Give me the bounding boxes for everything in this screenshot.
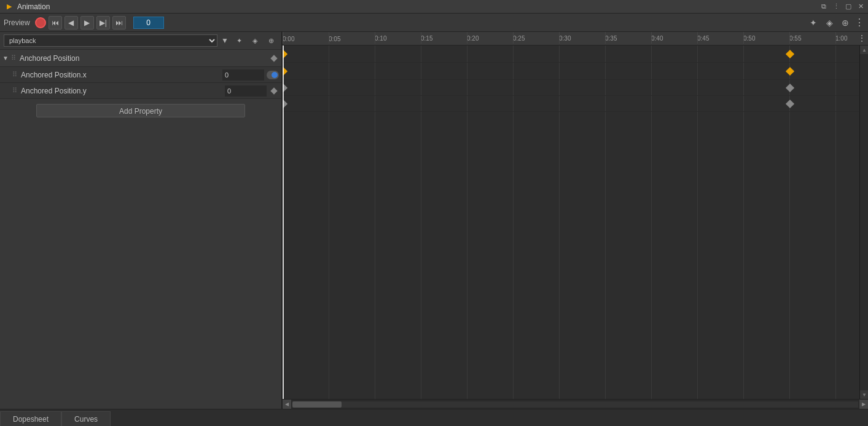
ruler-label-0:00: 0:00 (283, 36, 294, 42)
ruler-label-0:40: 0:40 (651, 35, 663, 42)
ruler-label-1:00: 1:00 (835, 35, 847, 42)
timeline-row-anchored (283, 63, 859, 80)
timeline-row-y (283, 96, 859, 112)
animation-window: ▶ Animation ⧉ ⋮ ▢ ✕ Preview ⏮ ◀ ▶ ▶| ⏭ 0… (0, 0, 868, 426)
title-bar: ▶ Animation ⧉ ⋮ ▢ ✕ (0, 0, 868, 14)
ruler-line-675 (697, 32, 698, 44)
timeline-main: ▲ ▼ (283, 45, 868, 399)
ruler-mark-0:50: 0:50 (743, 34, 755, 42)
keyframe-x-end[interactable] (786, 83, 794, 92)
ruler-mark-0:15: 0:15 (421, 34, 432, 42)
record-button[interactable] (35, 17, 46, 28)
skip-to-end-button[interactable]: ⏭ (112, 16, 126, 30)
ruler-line-900 (835, 32, 836, 44)
vscroll-down-button[interactable]: ▼ (860, 390, 868, 399)
ruler-line-225 (421, 32, 421, 44)
clip-dropdown-arrow[interactable]: ▼ (220, 36, 230, 45)
ruler-label-0:35: 0:35 (605, 35, 617, 42)
next-frame-button[interactable]: ▶| (96, 16, 110, 30)
maximize-icon[interactable]: ▢ (843, 2, 853, 12)
tab-curves[interactable]: Curves (61, 411, 111, 426)
tab-curves-label: Curves (74, 415, 98, 424)
hscroll-thumb[interactable] (292, 401, 342, 408)
anchored-pos-y-keyframe-btn[interactable] (269, 86, 279, 96)
trim-icon[interactable]: ⊕ (839, 16, 852, 30)
add-property-button[interactable]: Add Property (36, 104, 245, 117)
more-options-icon[interactable]: ⋮ (854, 17, 864, 28)
close-icon[interactable]: ✕ (856, 2, 866, 12)
anchored-pos-x-toggle[interactable] (267, 71, 279, 79)
ruler-label-0:45: 0:45 (697, 35, 709, 42)
clip-selector[interactable]: playback (4, 34, 217, 47)
ruler-label-0:10: 0:10 (375, 35, 386, 42)
prev-frame-button[interactable]: ◀ (65, 16, 78, 30)
ruler-mark-0:40: 0:40 (651, 34, 663, 42)
anchored-pos-x-input[interactable]: 0 (222, 69, 264, 81)
tab-dopesheet[interactable]: Dopesheet (0, 411, 61, 426)
ruler-label-0:55: 0:55 (789, 35, 801, 42)
clip-selector-row: playback ▼ ✦ ◈ ⊕ (0, 32, 281, 50)
location-pin-icon[interactable]: ✦ (232, 34, 246, 47)
anchored-pos-y-input[interactable]: 0 (225, 85, 267, 97)
ruler-label-0:30: 0:30 (559, 35, 571, 42)
ruler-mark-1:00: 1:00 (835, 34, 847, 42)
ruler-line-0 (283, 32, 283, 44)
ruler-line-75 (329, 32, 329, 44)
keyframe-y-end[interactable] (786, 99, 794, 108)
anchored-position-label: Anchored Position (20, 54, 269, 63)
ruler-line-525 (605, 32, 606, 44)
keyframe-parent-start[interactable] (283, 49, 287, 58)
toolbar: Preview ⏮ ◀ ▶ ▶| ⏭ 0 ✦ ◈ ⊕ ⋮ (0, 14, 868, 32)
keyframe-diamond-y-icon (270, 87, 277, 94)
keyframe-anchored-start[interactable] (283, 66, 287, 75)
keyframe-x-start[interactable] (283, 83, 287, 92)
restore-icon[interactable]: ⧉ (819, 2, 829, 12)
ruler-mark-0:55: 0:55 (789, 34, 801, 42)
property-group: ▼ ⠿ Anchored Position ⠿ Anchored Positio… (0, 50, 281, 99)
anchored-pos-keyframe-btn[interactable] (269, 53, 279, 63)
right-vscroll: ▲ ▼ (859, 45, 868, 399)
anchored-pos-x-label: Anchored Position.x (21, 71, 222, 79)
ruler-label-0:15: 0:15 (421, 35, 432, 42)
vscroll-up-button[interactable]: ▲ (860, 45, 868, 54)
time-input[interactable]: 0 (133, 17, 164, 29)
timeline-row-parent (283, 45, 859, 63)
skip-to-start-button[interactable]: ⏮ (49, 16, 62, 30)
anchored-position-x-row: ⠿ Anchored Position.x 0 (0, 67, 281, 83)
ruler-mark-0:10: 0:10 (375, 34, 386, 42)
ruler-line-750 (743, 32, 744, 44)
ruler-mark-0:30: 0:30 (559, 34, 571, 42)
anchored-position-header[interactable]: ▼ ⠿ Anchored Position (0, 50, 281, 67)
ruler-label-0:50: 0:50 (743, 35, 755, 42)
keyframe-anchored-end[interactable] (786, 66, 794, 75)
ruler-mark-0:00: 0:00 (283, 36, 294, 42)
keyframe-diamond-icon (270, 55, 277, 61)
trim-clip-icon[interactable]: ⊕ (264, 34, 278, 47)
timeline-options-icon[interactable]: ⋮ (856, 32, 868, 44)
hscroll-right-button[interactable]: ▶ (859, 400, 868, 409)
diamond-icon[interactable]: ◈ (823, 16, 836, 30)
animation-icon: ▶ (5, 2, 14, 11)
keyframe-parent-end[interactable] (786, 49, 794, 58)
location-icon[interactable]: ✦ (807, 16, 820, 30)
ruler-mark-0:25: 0:25 (513, 34, 525, 42)
drag-handle-icon: ⠿ (11, 54, 16, 62)
h-scrollbar: ◀ ▶ (283, 399, 868, 409)
anchored-position-y-row: ⠿ Anchored Position.y 0 (0, 83, 281, 99)
add-keyframe-icon[interactable]: ◈ (248, 34, 262, 47)
ruler-line-300 (467, 32, 467, 44)
ruler-mark-0:35: 0:35 (605, 34, 617, 42)
hscroll-left-button[interactable]: ◀ (283, 400, 291, 409)
keyframe-y-start[interactable] (283, 99, 287, 108)
ruler-line-600 (651, 32, 652, 44)
ruler-line-825 (789, 32, 790, 44)
tab-dopesheet-label: Dopesheet (13, 415, 49, 424)
preview-label: Preview (4, 18, 30, 27)
more-icon[interactable]: ⋮ (831, 2, 841, 12)
ruler-line-150 (375, 32, 375, 44)
ruler-mark-0:45: 0:45 (697, 34, 709, 42)
play-button[interactable]: ▶ (80, 16, 94, 30)
left-panel: playback ▼ ✦ ◈ ⊕ ▼ ⠿ Anchored Position (0, 32, 283, 409)
right-section: 0:00 0:05 0:10 0:15 0:20 0:25 (283, 32, 868, 409)
expand-arrow-icon: ▼ (2, 55, 9, 61)
